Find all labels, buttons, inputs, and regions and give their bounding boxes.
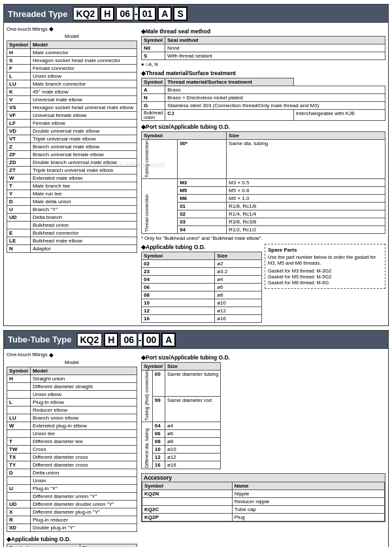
applicable-od-title: ◆Applicable tubing O.D. — [141, 244, 262, 250]
threaded-model-row: EBulkhead connector — [7, 229, 137, 237]
tm-symbol: A — [142, 86, 165, 94]
row-symbol: ZF — [7, 151, 31, 159]
spare-desc: Use the part number below to order the g… — [268, 254, 382, 266]
port-size-thread-row: 03R3/8, Rc3/8 — [142, 218, 385, 225]
tube-ps-diff-sym: 12 — [152, 454, 165, 461]
acc-name: Tube cap — [232, 506, 384, 514]
od-sz: ø12 — [215, 307, 262, 314]
row-symbol: VT — [7, 135, 31, 143]
threaded-model-row: ZDDouble branch universal male elbow — [7, 159, 137, 167]
spare-item: Gasket for M5 thread: M-5G2 — [268, 274, 382, 280]
accessory-table: Symbol Name KQ2NNippleReducer nippleKQ2C… — [142, 482, 385, 522]
threaded-model-row: VUniversal male elbow — [7, 96, 137, 104]
threaded-type-section: Threaded Type KQ2 H 06 - 01 A S One-touc… — [3, 4, 389, 326]
tm-symbol-header: Symbol — [142, 78, 165, 86]
seal-symbol: Nil — [142, 44, 165, 52]
tube-port-same-row: Tubing (Rod) connection00Same diameter t… — [142, 370, 221, 396]
row-model: Branch "Y" — [30, 206, 137, 214]
ps-connection-type: Tubing connection — [142, 140, 178, 179]
tube-row-sym: X — [7, 508, 31, 516]
tube-code-06: 06 — [120, 333, 138, 347]
tube-port-diff-row: 10ø10 — [142, 446, 221, 454]
od-row: 08ø8 — [142, 291, 262, 299]
ps-size-header: Size — [227, 132, 385, 140]
tube-port-size-table: Symbol Size Tubing (Rod) connection00Sam… — [141, 362, 221, 469]
od-sz: ø8 — [215, 291, 262, 299]
row-model: Branch universal female elbow — [30, 151, 137, 159]
tube-row-sym: R — [7, 516, 31, 523]
tube-ps-sym: 99 — [152, 396, 165, 422]
port-size-thread-row: Thread connectionM3M3 × 0.5 — [142, 178, 385, 186]
code-06: 06 — [116, 7, 134, 21]
tube-symbol-header: Symbol — [7, 367, 31, 374]
threaded-model-row: SHexagon socket head male connector — [7, 57, 137, 65]
tube-model-row: Reducer elbow — [7, 406, 137, 414]
seal-method: None — [165, 44, 385, 52]
tube-row-model: Double plug-in "Y" — [30, 523, 137, 531]
row-model: Double universal male elbow — [30, 127, 137, 135]
tube-model-row: Union — [7, 476, 137, 484]
threaded-model-row: ZTTriple branch universal male elbow — [7, 167, 137, 174]
threaded-model-row: VTTriple universal male elbow — [7, 135, 137, 143]
tube-row-model: Different diameter plug-in "Y" — [30, 508, 137, 516]
one-touch-label-area: One-touch fittings ◆ — [7, 25, 137, 32]
tube-applicable-od-title: ◆Applicable tubing O.D. — [7, 536, 137, 542]
acc-sym: KQ2N — [142, 490, 233, 498]
tube-code-00: 00 — [142, 333, 161, 347]
tube-port-diff-row: 12ø12 — [142, 454, 221, 461]
tube-ps-sz: Same diameter rod — [165, 396, 220, 422]
row-model: Bulkhead connector — [30, 229, 137, 237]
od-row: 10ø10 — [142, 299, 262, 307]
tube-model-row: HStraight union — [7, 374, 137, 382]
port-size-note: * Only for "Bulkhead union" and "Bulkhea… — [141, 235, 385, 241]
tube-ps-sym: 00 — [152, 370, 165, 396]
threaded-body: One-touch fittings ◆ Model Symbol Model … — [7, 25, 385, 323]
tube-row-model: Extended plug-in elbow — [30, 422, 137, 429]
ps-sz: R3/8, Rc3/8 — [227, 218, 385, 225]
od-sz: ø2 — [215, 259, 262, 267]
row-symbol: UD — [7, 214, 31, 222]
one-touch-label: One-touch fittings — [7, 26, 48, 32]
tube-row-sym: D — [7, 469, 31, 476]
row-model: Bulkhead male elbow — [30, 237, 137, 245]
ps-symbol-header: Symbol — [142, 132, 227, 140]
threaded-model-row: K45° male elbow — [7, 88, 137, 96]
tube-code-h: H — [104, 333, 118, 347]
tube-row-sym: XD — [7, 523, 31, 531]
ps-thread-type: Thread connection — [142, 178, 178, 233]
tm-treat: Brass + Electroless nickel plated — [165, 94, 385, 102]
row-model: Triple universal male elbow — [30, 135, 137, 143]
seal-method-table: Symbol Seal method NilNoneSWith thread s… — [141, 36, 385, 60]
tube-model-row: Union tee — [7, 429, 137, 437]
acc-sym: KQ2P — [142, 514, 233, 522]
code-01: 01 — [139, 7, 157, 21]
row-symbol — [7, 222, 31, 229]
tube-port-diff-row: 06ø6 — [142, 430, 221, 438]
tube-model-row: Union elbow — [7, 390, 137, 398]
row-symbol: T — [7, 182, 31, 190]
tube-ps-diff-sym: 04 — [152, 422, 165, 430]
acc-row: Reducer nipple — [142, 498, 385, 506]
seal-method: With thread sealant — [165, 52, 385, 60]
tube-one-touch-label-area: One-touch fittings ◆ — [7, 352, 137, 358]
tube-row-model: Different diameter double union "Y" — [30, 500, 137, 508]
threaded-model-row: UBranch "Y" — [7, 206, 137, 214]
tube-row-model: Straight union — [30, 374, 137, 382]
acc-name: Plug — [232, 514, 384, 522]
code-dash1: - — [135, 8, 138, 20]
thread-material-title: ◆Thread material/Surface treatment — [141, 70, 385, 76]
acc-name-header: Name — [232, 482, 384, 490]
tube-port-diff-row: 16ø16 — [142, 461, 221, 469]
tube-ps-diff-sz: ø8 — [165, 438, 220, 446]
tube-ps-size-header: Size — [165, 362, 220, 370]
row-symbol: E — [7, 229, 31, 237]
tube-od-symbol-header: Symbol — [7, 544, 80, 547]
tube-row-model: Branch union elbow — [30, 414, 137, 422]
tube-tube-section: Tube-Tube Type KQ2 H 06 - 00 A One-touch… — [3, 330, 389, 547]
tube-port-same-row: 99Same diameter rod — [142, 396, 221, 422]
applicable-od-table: Symbol Size 02ø223ø3.204ø406ø608ø810ø101… — [141, 252, 262, 323]
port-size-title: ◆Port size/Applicable tubing O.D. — [141, 124, 385, 130]
tube-model-table: Symbol Model HStraight unionDifferent di… — [7, 367, 137, 532]
tube-row-model: Different diameter union "Y" — [30, 492, 137, 500]
row-symbol: LE — [7, 237, 31, 245]
